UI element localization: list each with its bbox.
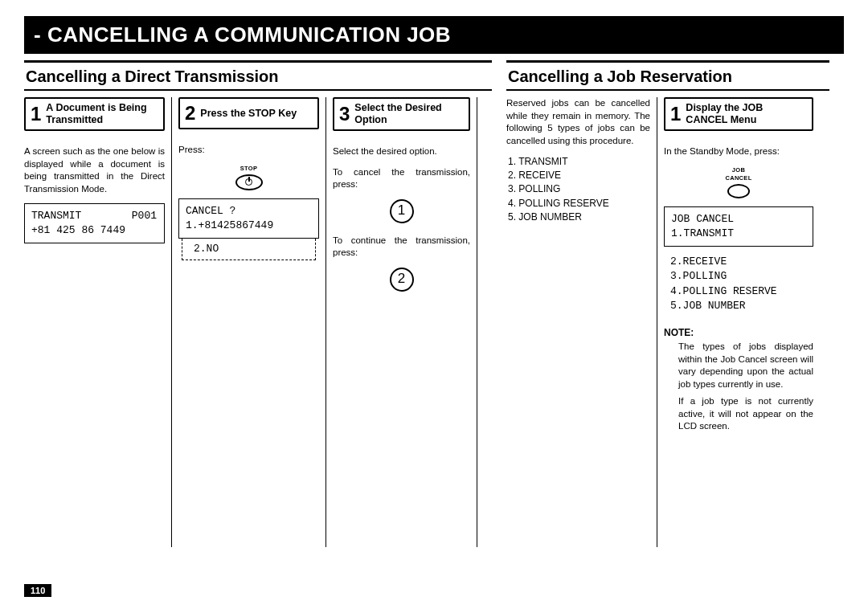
step3-box: 3 Select the Desired Option: [333, 97, 470, 131]
list-item: 1. TRANSMIT: [508, 155, 650, 168]
section-right-title: Cancelling a Job Reservation: [506, 66, 829, 91]
step3-body2: To cancel the transmission, press:: [333, 166, 470, 191]
circle-2-icon: 2: [390, 268, 414, 292]
step1-num: 1: [26, 104, 46, 124]
step2-num: 2: [180, 104, 200, 123]
step3-col: 3 Select the Desired Option Select the d…: [333, 97, 477, 547]
list-item: 4. POLLING RESERVE: [508, 197, 650, 210]
jobcancel-key-label: JOB CANCEL: [719, 166, 759, 182]
section-job-reservation: Cancelling a Job Reservation Reserved jo…: [506, 60, 829, 547]
stop-icon: [235, 174, 263, 190]
note-body-2: If a job type is not currently active, i…: [664, 395, 813, 433]
circle-1-icon: 1: [390, 199, 414, 223]
step3-title: Select the Desired Option: [354, 99, 469, 129]
note-heading: NOTE:: [664, 326, 813, 339]
jobcancel-icon: [727, 184, 750, 198]
page-title: - CANCELLING A COMMUNICATION JOB: [24, 16, 844, 54]
job-type-list: 1. TRANSMIT 2. RECEIVE 3. POLLING 4. POL…: [508, 155, 650, 223]
step2-box: 2 Press the STOP Key: [178, 97, 319, 129]
right-step1-lcd: JOB CANCEL 1.TRANSMIT: [664, 206, 813, 247]
section-left-title: Cancelling a Direct Transmission: [24, 66, 492, 91]
step1-box: 1 A Document is Being Transmitted: [24, 97, 165, 131]
step3-body3: To continue the transmission, press:: [333, 235, 470, 260]
step2-title: Press the STOP Key: [200, 104, 301, 123]
right-step1-lcd-extra: 2.RECEIVE 3.POLLING 4.POLLING RESERVE 5.…: [664, 255, 813, 320]
page-number: 110: [24, 584, 51, 597]
right-step1-box: 1 Display the JOB CANCEL Menu: [664, 97, 813, 131]
step1-body: A screen such as the one below is displa…: [24, 145, 165, 195]
section-direct-transmission: Cancelling a Direct Transmission 1 A Doc…: [24, 60, 492, 547]
right-step1-col: 1 Display the JOB CANCEL Menu In the Sta…: [664, 97, 820, 547]
intro-col: Reserved jobs can be cancelled while the…: [506, 97, 657, 547]
list-item: 5. JOB NUMBER: [508, 210, 650, 223]
step2-body: Press:: [178, 144, 319, 157]
stop-key-label: STOP: [240, 165, 257, 173]
intro-body: Reserved jobs can be cancelled while the…: [506, 97, 650, 147]
stop-key: STOP: [229, 165, 269, 190]
list-item: 2. RECEIVE: [508, 169, 650, 182]
step2-lcd: CANCEL ? 1.+81425867449: [178, 198, 319, 239]
step2-col: 2 Press the STOP Key Press: STOP CANCEL …: [178, 97, 326, 547]
step3-num: 3: [334, 104, 354, 124]
step3-body1: Select the desired option.: [333, 145, 470, 158]
right-step1-body: In the Standby Mode, press:: [664, 145, 813, 158]
note-body-1: The types of jobs displayed within the J…: [664, 341, 813, 390]
jobcancel-key: JOB CANCEL: [719, 166, 759, 198]
step1-title: A Document is Being Transmitted: [46, 99, 163, 129]
right-step1-num: 1: [665, 104, 686, 124]
step2-lcd-extra: 2.NO: [182, 239, 316, 260]
step1-lcd: TRANSMIT P001 +81 425 86 7449: [24, 203, 165, 243]
step1-col: 1 A Document is Being Transmitted A scre…: [24, 97, 172, 547]
right-step1-title: Display the JOB CANCEL Menu: [686, 99, 812, 129]
main-content: Cancelling a Direct Transmission 1 A Doc…: [24, 60, 844, 547]
list-item: 3. POLLING: [508, 182, 650, 195]
